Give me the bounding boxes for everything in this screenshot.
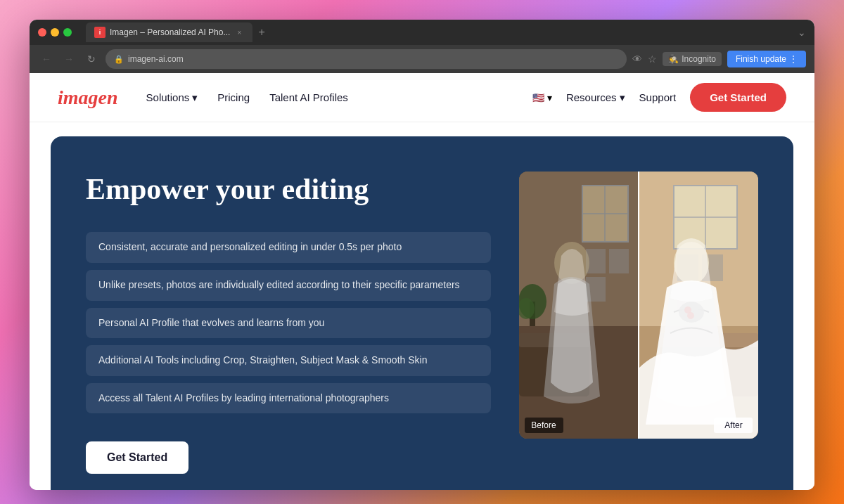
svg-rect-11 (609, 249, 629, 273)
svg-point-34 (691, 305, 698, 312)
get-started-nav-button[interactable]: Get Started (690, 83, 786, 112)
tab-expand-button[interactable]: ⌄ (798, 27, 806, 38)
hero-content-left: Empower your editing Consistent, accurat… (86, 172, 491, 474)
address-text: imagen-ai.com (128, 54, 184, 64)
new-tab-button[interactable]: + (258, 26, 264, 39)
site-navigation: imagen Solutions ▾ Pricing Talent AI Pro… (30, 73, 814, 122)
resources-dropdown-icon: ▾ (620, 91, 625, 104)
feature-item-3: Personal AI Profile that evolves and lea… (86, 308, 491, 339)
feature-item-5: Access all Talent AI Profiles by leading… (86, 383, 491, 414)
nav-links: Solutions ▾ Pricing Talent AI Profiles (146, 91, 532, 104)
site-logo[interactable]: imagen (58, 86, 118, 109)
incognito-hat-icon: 🕵️ (668, 54, 679, 64)
feature-item-4: Additional AI Tools including Crop, Stra… (86, 345, 491, 376)
tab-favicon: i (94, 27, 106, 38)
hero-title: Empower your editing (86, 172, 491, 207)
active-tab[interactable]: i Imagen – Personalized AI Pho... × (86, 22, 252, 42)
solutions-dropdown-icon: ▾ (192, 91, 198, 104)
tab-bar: i Imagen – Personalized AI Pho... × + (86, 22, 792, 42)
bookmark-icon[interactable]: ☆ (648, 53, 657, 65)
finish-update-button[interactable]: Finish update ⋮ (727, 51, 806, 67)
website-content: imagen Solutions ▾ Pricing Talent AI Pro… (30, 73, 814, 490)
browser-titlebar: i Imagen – Personalized AI Pho... × + ⌄ (30, 20, 814, 45)
talent-ai-profiles-nav-link[interactable]: Talent AI Profiles (269, 91, 348, 103)
nav-right: 🇺🇸 ▾ Resources ▾ Support Get Started (532, 83, 786, 112)
finish-update-label: Finish update (736, 54, 786, 64)
tab-title: Imagen – Personalized AI Pho... (110, 27, 230, 37)
back-button[interactable]: ← (38, 51, 55, 67)
lock-icon: 🔒 (114, 55, 124, 64)
incognito-badge: 🕵️ Incognito (663, 52, 722, 66)
feature-item-1: Consistent, accurate and personalized ed… (86, 232, 491, 263)
close-button[interactable] (38, 28, 46, 37)
pricing-nav-link[interactable]: Pricing (217, 91, 250, 103)
feature-item-2: Unlike presets, photos are individually … (86, 270, 491, 301)
tab-close-button[interactable]: × (234, 27, 244, 37)
svg-text:After: After (724, 420, 742, 430)
forward-button[interactable]: → (60, 51, 77, 67)
before-after-image: Before After (519, 172, 758, 439)
svg-point-35 (687, 312, 694, 319)
resources-nav-link[interactable]: Resources ▾ (566, 91, 625, 104)
language-selector[interactable]: 🇺🇸 ▾ (532, 92, 552, 103)
svg-point-32 (679, 302, 704, 323)
browser-window: i Imagen – Personalized AI Pho... × + ⌄ … (30, 20, 814, 490)
browser-toolbar: ← → ↻ 🔒 imagen-ai.com 👁 ☆ 🕵️ Incognito F… (30, 45, 814, 73)
flag-icon: 🇺🇸 (532, 92, 544, 103)
svg-text:Before: Before (531, 420, 556, 430)
traffic-lights (38, 28, 72, 37)
incognito-label: Incognito (682, 54, 716, 64)
before-after-svg: Before After (519, 172, 758, 439)
hero-section: Empower your editing Consistent, accurat… (51, 136, 793, 490)
minimize-button[interactable] (51, 28, 59, 37)
support-nav-link[interactable]: Support (639, 91, 677, 103)
language-dropdown-icon: ▾ (547, 92, 552, 103)
feature-list: Consistent, accurate and personalized ed… (86, 232, 491, 413)
refresh-button[interactable]: ↻ (83, 51, 100, 67)
eye-slash-icon[interactable]: 👁 (632, 53, 642, 65)
maximize-button[interactable] (63, 28, 72, 37)
solutions-nav-link[interactable]: Solutions ▾ (146, 91, 198, 104)
hero-get-started-button[interactable]: Get Started (86, 441, 188, 474)
toolbar-actions: 👁 ☆ 🕵️ Incognito Finish update ⋮ (632, 51, 806, 67)
address-bar[interactable]: 🔒 imagen-ai.com (106, 49, 627, 69)
finish-update-more-icon: ⋮ (789, 54, 798, 64)
